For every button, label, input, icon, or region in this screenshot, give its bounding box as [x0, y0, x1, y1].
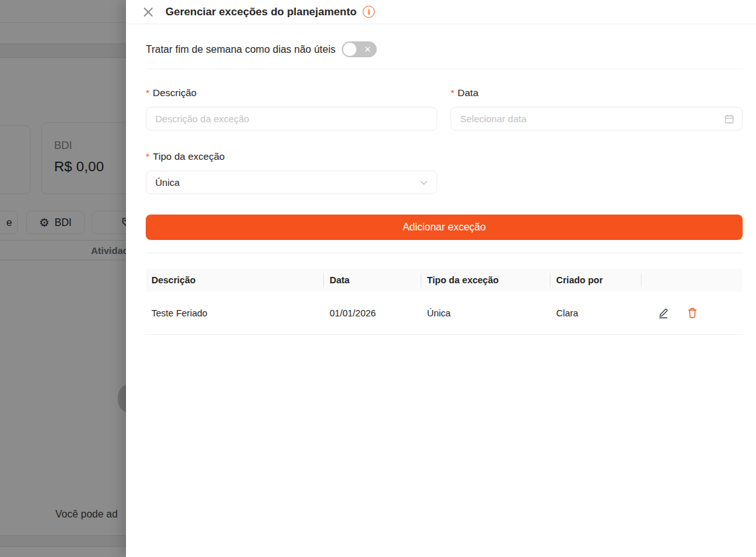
- divider: [146, 253, 743, 253]
- description-label: *Descrição: [146, 87, 437, 99]
- cell-criado-por: Clara: [550, 308, 641, 318]
- column-header-descricao: Descrição: [146, 269, 324, 292]
- exception-form: *Descrição *Data: [146, 87, 743, 130]
- delete-icon[interactable]: [687, 307, 698, 319]
- divider: [146, 69, 743, 69]
- add-exception-button[interactable]: Adicionar exceção: [146, 215, 743, 240]
- weekend-toggle-switch[interactable]: ✕: [342, 41, 377, 57]
- description-input[interactable]: [146, 107, 437, 130]
- calendar-icon: [724, 114, 734, 124]
- weekend-toggle-label: Tratar fim de semana como dias não úteis: [146, 44, 335, 55]
- table-row: Teste Feriado 01/01/2026 Única Clara: [146, 292, 743, 335]
- switch-knob: [343, 43, 356, 56]
- required-mark: *: [451, 87, 454, 98]
- chevron-down-icon: [420, 180, 428, 185]
- date-input[interactable]: [451, 107, 743, 130]
- table-header-row: Descrição Data Tipo da exceção Criado po…: [146, 269, 743, 292]
- close-icon[interactable]: [143, 6, 154, 18]
- weekend-toggle-row: Tratar fim de semana como dias não úteis…: [146, 41, 743, 57]
- type-select-value: Única: [155, 177, 179, 188]
- date-field-group: *Data: [451, 87, 743, 130]
- exceptions-table: Descrição Data Tipo da exceção Criado po…: [146, 269, 743, 335]
- date-label: *Data: [451, 87, 743, 99]
- drawer-title: Gerenciar exceções do planejamento: [165, 6, 356, 18]
- planning-exceptions-drawer: Gerenciar exceções do planejamento i Tra…: [126, 0, 756, 557]
- cell-tipo: Única: [421, 308, 550, 318]
- edit-icon[interactable]: [657, 307, 669, 319]
- type-field-group: *Tipo da exceção Única: [146, 151, 437, 194]
- switch-off-icon: ✕: [364, 45, 371, 54]
- drawer-header: Gerenciar exceções do planejamento i: [126, 0, 756, 24]
- drawer-body: Tratar fim de semana como dias não úteis…: [126, 41, 756, 335]
- cell-descricao: Teste Feriado: [146, 308, 324, 318]
- cell-actions: [641, 307, 743, 319]
- type-select[interactable]: Única: [146, 171, 437, 194]
- required-mark: *: [146, 87, 150, 98]
- column-header-data: Data: [324, 269, 421, 292]
- cell-data: 01/01/2026: [324, 308, 421, 318]
- description-field-group: *Descrição: [146, 87, 437, 130]
- column-header-actions: [641, 269, 743, 292]
- column-header-tipo: Tipo da exceção: [421, 269, 550, 292]
- type-label: *Tipo da exceção: [146, 151, 437, 162]
- column-header-criado-por: Criado por: [550, 269, 641, 292]
- info-icon[interactable]: i: [363, 6, 375, 18]
- required-mark: *: [146, 151, 150, 162]
